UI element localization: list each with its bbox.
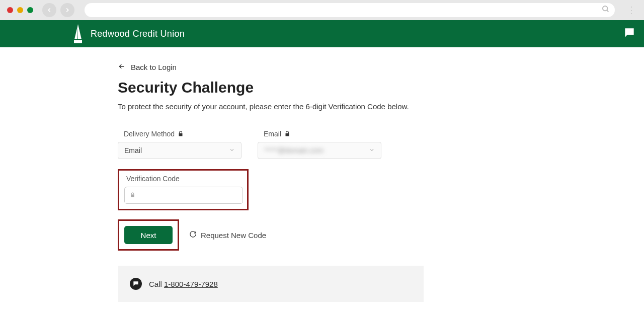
verification-code-label: Verification Code bbox=[126, 175, 242, 183]
refresh-icon bbox=[189, 230, 197, 240]
lock-icon bbox=[284, 131, 290, 137]
brand-name: Redwood Credit Union bbox=[91, 29, 185, 39]
email-label: Email bbox=[264, 130, 381, 138]
window-controls bbox=[7, 7, 33, 13]
main-content: Back to Login Security Challenge To prot… bbox=[0, 47, 644, 302]
browser-menu-icon[interactable]: ⋮ bbox=[625, 5, 637, 16]
app-header: Redwood Credit Union bbox=[0, 20, 644, 47]
form-row-delivery: Delivery Method Email Email *****@do bbox=[118, 130, 644, 159]
help-text: Call 1-800-479-7928 bbox=[149, 280, 218, 288]
delivery-method-label: Delivery Method bbox=[124, 130, 242, 138]
email-label-text: Email bbox=[264, 130, 281, 138]
brand[interactable]: Redwood Credit Union bbox=[70, 24, 185, 43]
email-value: *****@domain.com bbox=[264, 146, 324, 154]
email-select[interactable]: *****@domain.com bbox=[258, 142, 381, 159]
delivery-method-value: Email bbox=[124, 146, 142, 154]
lock-icon bbox=[178, 131, 184, 137]
back-to-login-link[interactable]: Back to Login bbox=[118, 62, 644, 72]
field-delivery-method: Delivery Method Email bbox=[118, 130, 242, 159]
verification-code-highlight: Verification Code bbox=[118, 169, 249, 210]
svg-line-1 bbox=[607, 10, 608, 12]
request-new-code-link[interactable]: Request New Code bbox=[189, 230, 266, 240]
call-prefix: Call bbox=[149, 280, 164, 288]
chat-icon[interactable] bbox=[623, 26, 636, 41]
field-email: Email *****@domain.com bbox=[258, 130, 381, 159]
request-new-code-label: Request New Code bbox=[201, 231, 266, 240]
help-phone-link[interactable]: 1-800-479-7928 bbox=[164, 280, 218, 288]
minimize-window-icon[interactable] bbox=[17, 7, 23, 13]
url-bar[interactable] bbox=[85, 3, 615, 17]
back-link-label: Back to Login bbox=[131, 63, 177, 71]
browser-forward-button[interactable] bbox=[60, 3, 74, 17]
svg-point-0 bbox=[603, 6, 607, 11]
chevron-down-icon bbox=[369, 146, 375, 154]
delivery-method-label-text: Delivery Method bbox=[124, 130, 175, 138]
maximize-window-icon[interactable] bbox=[27, 7, 33, 13]
browser-back-button[interactable] bbox=[42, 3, 56, 17]
close-window-icon[interactable] bbox=[7, 7, 13, 13]
delivery-method-select[interactable]: Email bbox=[118, 142, 242, 159]
arrow-left-icon bbox=[118, 62, 126, 72]
chat-support-icon bbox=[130, 278, 142, 290]
search-icon bbox=[602, 5, 610, 15]
page-subtitle: To protect the security of your account,… bbox=[118, 102, 644, 111]
browser-chrome: ⋮ bbox=[0, 0, 644, 20]
chevron-down-icon bbox=[229, 146, 235, 154]
actions-row: Next Request New Code bbox=[118, 219, 644, 251]
help-bar: Call 1-800-479-7928 bbox=[118, 266, 424, 302]
next-button-highlight: Next bbox=[118, 219, 179, 251]
page-title: Security Challenge bbox=[118, 79, 644, 96]
verification-code-input[interactable] bbox=[124, 187, 243, 204]
lock-icon bbox=[130, 191, 135, 200]
next-button[interactable]: Next bbox=[124, 226, 173, 244]
brand-logo-icon bbox=[70, 24, 86, 43]
